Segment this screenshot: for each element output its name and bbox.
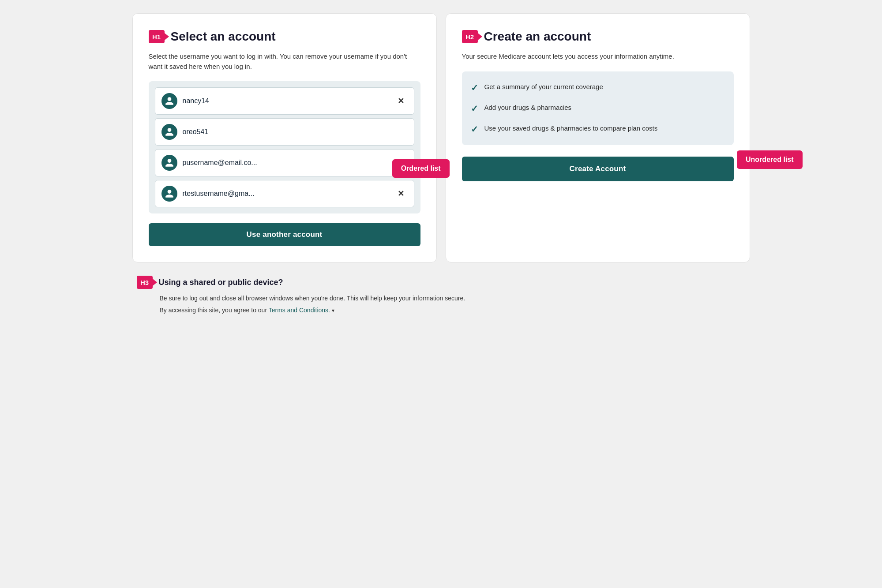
benefit-text: Add your drugs & pharmacies	[484, 103, 572, 113]
benefit-item: ✓ Add your drugs & pharmacies	[471, 103, 725, 114]
shared-device-text: Be sure to log out and close all browser…	[160, 293, 746, 303]
avatar	[161, 124, 177, 140]
account-item-left: rtestusername@gma...	[161, 186, 255, 202]
select-account-title: Select an account	[171, 30, 276, 44]
left-card-header: H1 Select an account	[149, 30, 420, 44]
check-icon: ✓	[471, 82, 478, 93]
username-label: rtestusername@gma...	[183, 190, 255, 198]
shared-device-title: Using a shared or public device?	[159, 278, 283, 287]
check-icon: ✓	[471, 124, 478, 135]
terms-prefix: By accessing this site, you agree to our	[160, 307, 269, 314]
benefit-text: Use your saved drugs & pharmacies to com…	[484, 124, 658, 134]
list-item[interactable]: nancy14 ✕	[155, 87, 414, 115]
benefits-box: ✓ Get a summary of your current coverage…	[462, 71, 734, 145]
create-account-subtitle: Your secure Medicare account lets you ac…	[462, 52, 734, 62]
benefit-item: ✓ Use your saved drugs & pharmacies to c…	[471, 124, 725, 135]
account-item-left: oreo541	[161, 124, 209, 140]
terms-text: By accessing this site, you agree to our…	[160, 307, 746, 314]
h3-header: H3 Using a shared or public device?	[137, 276, 746, 289]
bottom-section: H3 Using a shared or public device? Be s…	[132, 276, 750, 314]
account-item-left: nancy14	[161, 93, 210, 109]
use-another-account-button[interactable]: Use another account	[149, 223, 420, 246]
account-list: nancy14 ✕ oreo541	[149, 81, 420, 213]
h1-badge: H1	[149, 30, 165, 43]
chevron-down-icon[interactable]: ▾	[332, 307, 334, 314]
create-account-card: H2 Create an account Your secure Medicar…	[446, 13, 750, 262]
username-label: nancy14	[183, 97, 210, 105]
terms-link[interactable]: Terms and Conditions.	[269, 307, 330, 314]
select-account-subtitle: Select the username you want to log in w…	[149, 52, 420, 71]
avatar	[161, 186, 177, 202]
check-icon: ✓	[471, 103, 478, 114]
right-card-header: H2 Create an account	[462, 30, 734, 44]
remove-account-button[interactable]: ✕	[394, 188, 408, 199]
remove-account-button[interactable]: ✕	[394, 95, 408, 107]
benefit-item: ✓ Get a summary of your current coverage	[471, 82, 725, 93]
username-label: oreo541	[183, 128, 209, 136]
select-account-card: H1 Select an account Select the username…	[132, 13, 437, 262]
h3-badge: H3	[137, 276, 153, 289]
create-account-button[interactable]: Create Account	[462, 157, 734, 181]
benefit-text: Get a summary of your current coverage	[484, 82, 603, 92]
create-account-title: Create an account	[484, 30, 591, 44]
unordered-list-tooltip: Unordered list	[737, 150, 802, 169]
avatar	[161, 155, 177, 171]
username-label: pusername@email.co...	[183, 159, 257, 167]
list-item[interactable]: oreo541	[155, 118, 414, 146]
account-item-left: pusername@email.co...	[161, 155, 257, 171]
ordered-list-tooltip: Ordered list	[392, 159, 450, 178]
h2-badge: H2	[462, 30, 478, 43]
list-item[interactable]: rtestusername@gma... ✕	[155, 180, 414, 207]
list-item[interactable]: pusername@email.co... ✕	[155, 149, 414, 176]
avatar	[161, 93, 177, 109]
